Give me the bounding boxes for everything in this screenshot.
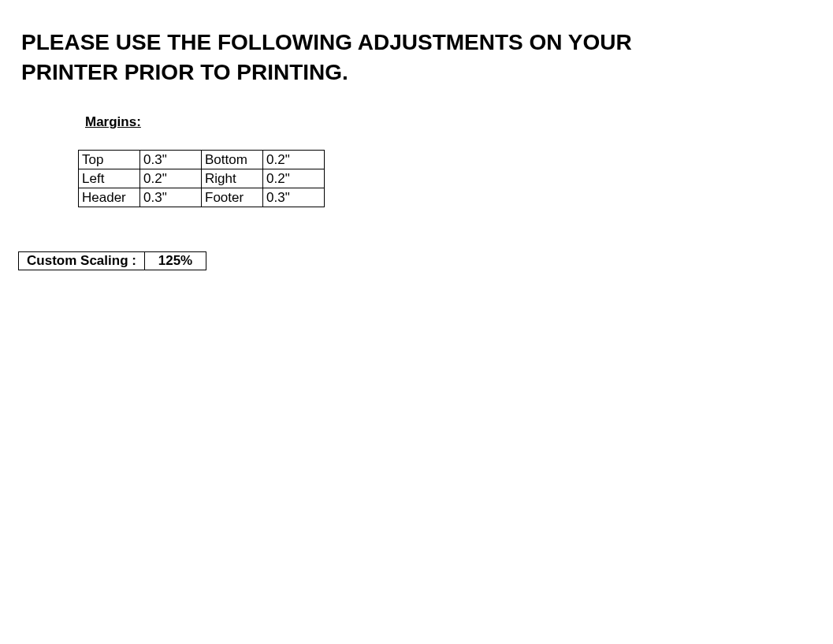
margin-top-value: 0.3": [140, 151, 202, 169]
table-row: Custom Scaling : 125%: [19, 252, 206, 270]
margin-footer-label: Footer: [202, 188, 263, 207]
custom-scaling-value: 125%: [145, 252, 206, 270]
page-title: PLEASE USE THE FOLLOWING ADJUSTMENTS ON …: [21, 28, 632, 87]
custom-scaling-box: Custom Scaling : 125%: [18, 251, 206, 270]
title-line-1: PLEASE USE THE FOLLOWING ADJUSTMENTS ON …: [21, 30, 632, 54]
margin-top-label: Top: [79, 151, 140, 169]
margin-header-value: 0.3": [140, 188, 202, 207]
margin-right-value: 0.2": [263, 169, 325, 188]
margin-header-label: Header: [79, 188, 140, 207]
margin-bottom-value: 0.2": [263, 151, 325, 169]
margins-table: Top 0.3" Bottom 0.2" Left 0.2" Right 0.2…: [78, 150, 325, 207]
margin-footer-value: 0.3": [263, 188, 325, 207]
table-row: Top 0.3" Bottom 0.2": [79, 151, 325, 169]
margin-bottom-label: Bottom: [202, 151, 263, 169]
table-row: Header 0.3" Footer 0.3": [79, 188, 325, 207]
title-line-2: PRINTER PRIOR TO PRINTING.: [21, 60, 348, 84]
margins-heading: Margins:: [85, 114, 141, 130]
custom-scaling-label: Custom Scaling :: [19, 252, 145, 270]
table-row: Left 0.2" Right 0.2": [79, 169, 325, 188]
margin-left-value: 0.2": [140, 169, 202, 188]
margin-left-label: Left: [79, 169, 140, 188]
margin-right-label: Right: [202, 169, 263, 188]
